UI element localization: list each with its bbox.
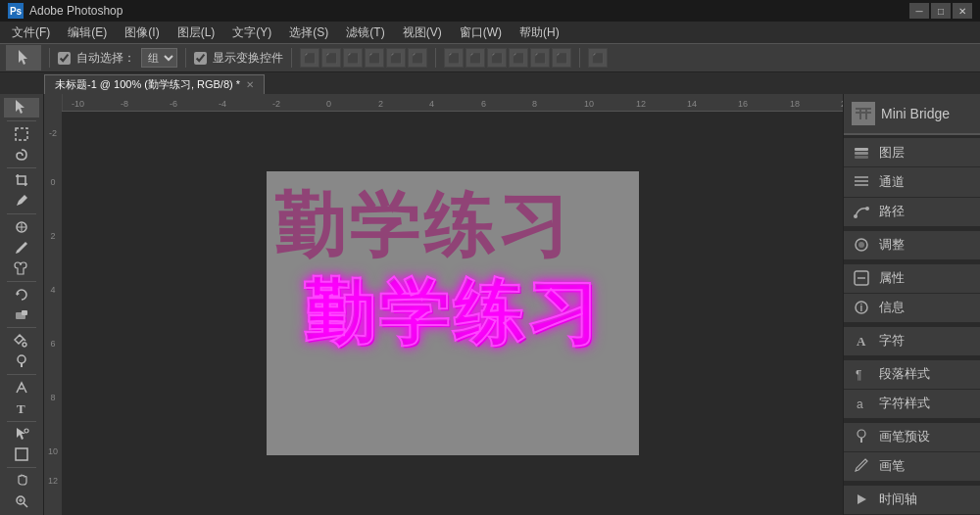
clone-stamp-tool[interactable] xyxy=(4,258,39,278)
svg-text:-6: -6 xyxy=(170,99,177,109)
char-styles-panel-item[interactable]: a 字符样式 xyxy=(844,390,980,419)
canvas-tab[interactable]: 未标题-1 @ 100% (勤学练习, RGB/8) * ✕ xyxy=(44,74,265,94)
svg-text:6: 6 xyxy=(481,99,486,109)
align-right-icon[interactable]: ⬛ xyxy=(343,48,363,68)
tool-separator-3 xyxy=(7,213,36,214)
dist-top-icon[interactable]: ⬛ xyxy=(509,48,528,68)
eyedropper-tool[interactable] xyxy=(4,191,39,211)
canvas-area: -10 -8 -6 -4 -2 0 2 4 6 8 10 12 14 16 18… xyxy=(44,94,843,515)
info-panel-item[interactable]: i 信息 xyxy=(844,294,980,323)
move-tool-indicator[interactable] xyxy=(6,45,41,70)
menu-item[interactable]: 编辑(E) xyxy=(60,22,115,43)
dist-bottom-icon[interactable]: ⬛ xyxy=(552,48,571,68)
history-brush-tool[interactable] xyxy=(4,285,39,304)
svg-point-56 xyxy=(854,214,858,218)
paragraph-styles-icon: ¶ xyxy=(852,364,871,384)
marquee-tool[interactable] xyxy=(4,124,39,144)
svg-text:-2: -2 xyxy=(272,99,280,109)
brush-presets-panel-item[interactable]: 画笔预设 xyxy=(844,423,980,452)
svg-point-67 xyxy=(858,430,865,438)
dodge-tool[interactable] xyxy=(4,351,39,371)
shape-tool[interactable] xyxy=(4,445,39,464)
svg-text:a: a xyxy=(857,398,863,411)
menu-item[interactable]: 图层(L) xyxy=(170,22,223,43)
dist-middle-icon[interactable]: ⬛ xyxy=(530,48,550,68)
maximize-button[interactable]: □ xyxy=(931,3,951,19)
menu-item[interactable]: 滤镜(T) xyxy=(338,22,392,43)
svg-text:A: A xyxy=(857,334,866,349)
dist-center-icon[interactable]: ⬛ xyxy=(466,48,485,68)
paint-bucket-tool[interactable] xyxy=(4,331,39,351)
healing-tool[interactable] xyxy=(4,217,39,237)
svg-marker-1 xyxy=(16,100,24,114)
brush-tool[interactable] xyxy=(4,238,39,258)
align-center-icon[interactable]: ⬛ xyxy=(321,48,341,68)
tab-label: 未标题-1 @ 100% (勤学练习, RGB/8) * xyxy=(55,77,240,92)
align-left-icon[interactable]: ⬛ xyxy=(300,48,319,68)
svg-text:12: 12 xyxy=(636,99,646,109)
title-bar: Ps Adobe Photoshop ─ □ ✕ xyxy=(0,0,980,22)
menu-item[interactable]: 文件(F) xyxy=(4,22,58,43)
minimize-button[interactable]: ─ xyxy=(909,3,929,19)
tool-separator-7 xyxy=(7,421,36,422)
show-transform-checkbox[interactable] xyxy=(194,52,207,65)
svg-text:-8: -8 xyxy=(121,99,128,109)
brush-panel-item[interactable]: 画笔 xyxy=(844,452,980,482)
eraser-tool[interactable] xyxy=(4,305,39,325)
tab-bar: 未标题-1 @ 100% (勤学练习, RGB/8) * ✕ xyxy=(0,72,980,94)
lasso-tool[interactable] xyxy=(4,145,39,164)
menu-item[interactable]: 文字(Y) xyxy=(224,22,279,43)
auto-select-checkbox[interactable] xyxy=(58,52,71,65)
paths-panel-item[interactable]: 路径 xyxy=(844,198,980,227)
separator-5 xyxy=(579,48,580,68)
dist-left-icon[interactable]: ⬛ xyxy=(444,48,464,68)
svg-rect-19 xyxy=(62,94,843,112)
menu-item[interactable]: 窗口(W) xyxy=(452,22,510,43)
left-toolbar: T xyxy=(0,94,44,515)
char-styles-label: 字符样式 xyxy=(879,395,930,412)
align-middle-icon[interactable]: ⬛ xyxy=(386,48,406,68)
auto-select-dropdown[interactable]: 组 xyxy=(141,48,177,68)
align-bottom-icon[interactable]: ⬛ xyxy=(408,48,427,68)
separator-2 xyxy=(185,48,186,68)
properties-icon xyxy=(852,268,871,288)
tool-separator-8 xyxy=(7,467,36,468)
app-icon: Ps xyxy=(8,3,24,19)
dist-right-icon[interactable]: ⬛ xyxy=(487,48,507,68)
close-button[interactable]: ✕ xyxy=(953,3,972,19)
pen-tool[interactable] xyxy=(4,378,39,398)
tab-close-icon[interactable]: ✕ xyxy=(246,79,254,90)
menu-item[interactable]: 视图(V) xyxy=(395,22,450,43)
svg-marker-12 xyxy=(17,428,25,440)
align-top-icon[interactable]: ⬛ xyxy=(365,48,384,68)
character-panel-item[interactable]: A 字符 xyxy=(844,327,980,356)
layers-panel-item[interactable]: 图层 xyxy=(844,138,980,167)
svg-rect-49 xyxy=(856,108,871,110)
layers-label: 图层 xyxy=(879,144,905,162)
svg-text:2: 2 xyxy=(378,99,383,109)
distribute-tools: ⬛ ⬛ ⬛ ⬛ ⬛ ⬛ xyxy=(444,48,571,68)
timeline-panel-item[interactable]: 时间轴 xyxy=(844,486,980,515)
adjustments-panel-item[interactable]: 调整 xyxy=(844,231,980,260)
menu-item[interactable]: 选择(S) xyxy=(281,22,336,43)
channels-panel-item[interactable]: 通道 xyxy=(844,167,980,197)
type-tool[interactable]: T xyxy=(4,398,39,418)
svg-point-59 xyxy=(858,242,864,248)
properties-panel-item[interactable]: 属性 xyxy=(844,264,980,294)
svg-text:6: 6 xyxy=(50,339,55,349)
svg-rect-14 xyxy=(16,448,27,460)
mini-bridge-label: Mini Bridge xyxy=(881,106,950,121)
crop-tool[interactable] xyxy=(4,170,39,190)
move-tool[interactable] xyxy=(4,98,39,117)
paragraph-styles-panel-item[interactable]: ¶ 段落样式 xyxy=(844,360,980,390)
menu-item[interactable]: 图像(I) xyxy=(117,22,167,43)
auto-align-icon[interactable]: ⬛ xyxy=(588,48,608,68)
svg-point-57 xyxy=(865,207,869,211)
menu-item[interactable]: 帮助(H) xyxy=(512,22,567,43)
text-shadow: 勤学练习 xyxy=(274,179,572,273)
svg-text:¶: ¶ xyxy=(856,368,861,382)
path-select-tool[interactable] xyxy=(4,424,39,444)
hand-tool[interactable] xyxy=(4,471,39,491)
zoom-tool[interactable] xyxy=(4,492,39,511)
canvas[interactable]: 勤学练习 勤学练习 xyxy=(267,171,639,455)
